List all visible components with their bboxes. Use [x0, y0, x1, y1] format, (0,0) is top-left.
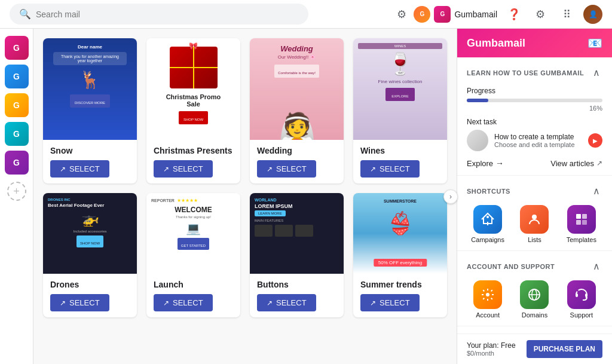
template-card-christmas: 🎀 Christmas PromoSale SHOP NOW Christmas…	[146, 38, 240, 183]
drones-select-icon: ↗	[60, 299, 66, 307]
shortcuts-title: SHORTCUTS	[467, 188, 510, 195]
template-card-snow: Dear name Thank you for another amazing …	[43, 38, 137, 183]
settings-icon[interactable]: ⚙	[531, 5, 550, 24]
search-input[interactable]	[36, 10, 299, 19]
templates-shortcut[interactable]: Templates	[561, 205, 602, 243]
wines-desc: Fine wines collection	[378, 79, 423, 84]
account-icon	[473, 280, 502, 309]
account-shortcut[interactable]: Account	[467, 280, 509, 319]
svg-rect-3	[582, 214, 587, 219]
sidebar-icon-purple[interactable]: G	[5, 151, 29, 175]
campaigns-icon	[473, 205, 502, 234]
drones-select-button[interactable]: ↗ SELECT	[50, 294, 109, 311]
drones-accessories: Included accessories	[48, 230, 132, 233]
wedding-title-text: Wedding	[280, 44, 313, 53]
buttons-lorem: LOREM IPSUM	[255, 203, 339, 209]
apps-icon[interactable]: ⠿	[557, 5, 576, 24]
wines-bottle-icon: 🍷	[387, 51, 414, 77]
learn-section: LEARN HOW TO USE GUMBAMAIL ∧ Progress 16…	[457, 57, 612, 176]
wines-name: Wines	[360, 146, 440, 155]
select-icon: ↗	[60, 165, 66, 173]
sidebar-icon-yellow[interactable]: G	[5, 93, 29, 117]
launch-desc-text: Thanks for signing up!	[151, 215, 235, 219]
content-area: Dear name Thank you for another amazing …	[33, 29, 457, 364]
snow-select-button[interactable]: ↗ SELECT	[50, 160, 109, 178]
external-link-icon: ↗	[596, 159, 602, 167]
learn-section-title: LEARN HOW TO USE GUMBAMAIL	[467, 69, 584, 77]
pink-logo: G	[434, 6, 451, 23]
wines-cta: EXPLORE	[385, 88, 414, 101]
launch-info: Launch ↗ SELECT	[146, 274, 240, 317]
buttons-info: Buttons ↗ SELECT	[250, 274, 344, 317]
search-icon: 🔍	[19, 8, 31, 20]
svg-rect-2	[576, 214, 581, 219]
wedding-select-button[interactable]: ↗ SELECT	[257, 160, 316, 178]
search-bar[interactable]: 🔍	[10, 4, 308, 25]
buttons-feature2	[275, 225, 293, 237]
buttons-select-button[interactable]: ↗ SELECT	[257, 294, 316, 311]
svg-rect-4	[576, 220, 581, 225]
orange-logo-letter: G	[420, 11, 425, 17]
explore-link[interactable]: Explore →	[467, 158, 504, 168]
christmas-select-button[interactable]: ↗ SELECT	[154, 160, 213, 178]
progress-bar-background	[467, 99, 602, 102]
wines-header-bar: WINES	[358, 43, 442, 49]
snow-dear-name: Dear name	[78, 44, 102, 50]
progress-percentage: 16%	[467, 105, 602, 112]
help-icon[interactable]: ❓	[504, 5, 524, 24]
task-avatar	[467, 130, 488, 151]
learn-collapse-button[interactable]: ∧	[590, 65, 602, 81]
template-card-launch: REPORTER ★★★★★ WELCOME Thanks for signin…	[146, 193, 240, 317]
shortcuts-collapse-button[interactable]: ∧	[590, 183, 602, 199]
add-sidebar-button[interactable]: +	[7, 182, 26, 201]
drones-preview: DRONES INC Best Aerial Footage Ever 🚁 In…	[43, 193, 137, 274]
launch-select-button[interactable]: ↗ SELECT	[154, 294, 213, 311]
domains-icon	[520, 280, 549, 309]
sidebar-icon-teal[interactable]: G	[5, 122, 29, 146]
sidebar-icon-blue[interactable]: G	[5, 65, 29, 88]
pink-logo-letter: G	[440, 11, 445, 17]
purchase-plan-button[interactable]: PURCHASE PLAN	[527, 340, 602, 358]
campaigns-shortcut[interactable]: Campaigns	[467, 205, 509, 243]
task-subtitle: Choose and edit a template	[494, 141, 582, 148]
main-container: G G G G G + Dear name Thank you for anot…	[0, 29, 612, 364]
next-task-row: How to create a template Choose and edit…	[467, 130, 602, 151]
launch-reporter-brand: REPORTER	[151, 198, 175, 203]
right-panel-header: Gumbamail 📧	[457, 29, 612, 57]
drones-title-text: Best Aerial Footage Ever	[48, 203, 132, 208]
christmas-title: Christmas PromoSale	[166, 93, 221, 108]
explore-row: Explore → View articles ↗	[467, 158, 602, 168]
svg-rect-5	[582, 220, 587, 225]
panel-brand-name: Gumbamail	[467, 37, 525, 50]
avatar[interactable]: 👤	[583, 5, 602, 24]
support-shortcut[interactable]: Support	[561, 280, 602, 319]
snow-preview: Dear name Thank you for another amazing …	[43, 38, 137, 140]
task-play-button[interactable]: ▶	[588, 133, 602, 148]
wedding-select-icon: ↗	[267, 165, 273, 173]
view-articles-link[interactable]: View articles ↗	[550, 159, 602, 168]
svg-point-0	[486, 216, 489, 218]
account-support-header: ACCOUNT AND SUPPORT ∧	[467, 258, 602, 274]
explore-arrow-icon: →	[495, 158, 504, 168]
snow-deer-icon: 🦌	[79, 70, 100, 90]
buttons-name: Buttons	[257, 280, 336, 289]
buttons-feature1	[255, 225, 273, 237]
summer-select-button[interactable]: ↗ SELECT	[360, 294, 420, 311]
account-collapse-button[interactable]: ∧	[590, 258, 602, 274]
lists-label: Lists	[528, 236, 541, 243]
account-support-section: ACCOUNT AND SUPPORT ∧ Account Domains	[457, 251, 612, 326]
right-panel: Gumbamail 📧 LEARN HOW TO USE GUMBAMAIL ∧…	[457, 29, 612, 364]
view-articles-label: View articles	[550, 159, 594, 168]
filter-icon[interactable]: ⚙	[397, 8, 406, 21]
summer-brand-text: SUMMERSTORE	[384, 199, 417, 203]
launch-welcome-text: WELCOME	[151, 206, 235, 214]
plan-bar: Your plan: Free $0/month PURCHASE PLAN	[457, 334, 612, 364]
drones-name: Drones	[50, 280, 130, 289]
wedding-face: 👰	[279, 111, 316, 140]
templates-icon	[567, 205, 596, 234]
collapse-panel-button[interactable]: ›	[443, 189, 458, 204]
sidebar-icon-pink[interactable]: G	[5, 36, 29, 60]
wines-select-button[interactable]: ↗ SELECT	[360, 160, 420, 178]
domains-shortcut[interactable]: Domains	[513, 280, 555, 319]
lists-shortcut[interactable]: Lists	[513, 205, 555, 243]
